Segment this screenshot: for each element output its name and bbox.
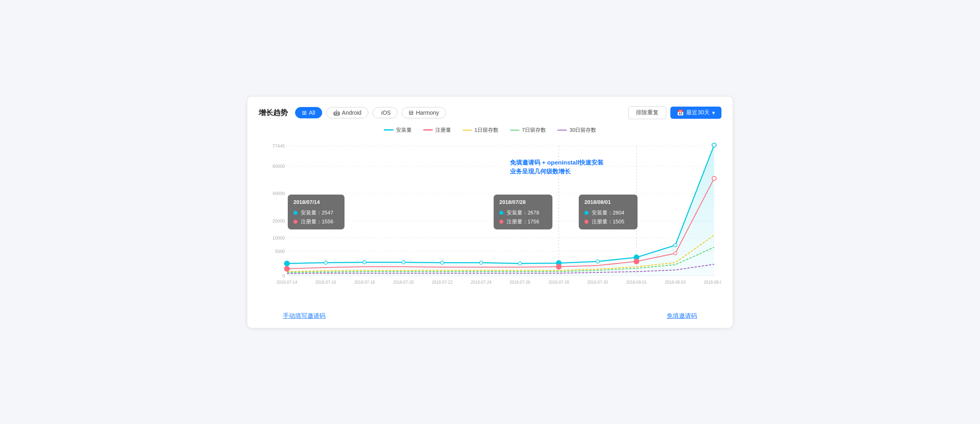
svg-text:2018-07-16: 2018-07-16 [315, 280, 336, 284]
date-range-button[interactable]: 📅 最近30天 ▾ [670, 107, 721, 119]
svg-text:60000: 60000 [272, 163, 285, 168]
install-point-2 [363, 261, 366, 264]
install-point-11 [712, 143, 716, 147]
chart-area: 77445 60000 40000 20000 10000 5000 0 201… [259, 138, 721, 308]
chart-svg: 77445 60000 40000 20000 10000 5000 0 201… [259, 138, 721, 308]
svg-text:2018-07-30: 2018-07-30 [587, 280, 608, 284]
svg-text:2018-07-24: 2018-07-24 [471, 280, 492, 284]
header-right: 排除重复 📅 最近30天 ▾ [628, 106, 721, 119]
dedup-button[interactable]: 排除重复 [628, 106, 666, 119]
legend-day30: 30日留存数 [557, 126, 596, 134]
install-point-1 [324, 261, 327, 264]
svg-text:2018-07-26: 2018-07-26 [509, 280, 530, 284]
register-point-11 [712, 176, 716, 180]
svg-text:2018-08-01: 2018-08-01 [626, 280, 647, 284]
svg-text:2018-07-28: 2018-07-28 [548, 280, 569, 284]
svg-text:2018-07-14: 2018-07-14 [276, 280, 297, 284]
legend-day30-line [557, 130, 567, 131]
svg-text:0: 0 [282, 273, 285, 278]
install-highlight-0 [284, 261, 290, 266]
legend-day7: 7日留存数 [510, 126, 546, 134]
install-point-10 [674, 244, 677, 247]
android-icon: 🤖 [333, 109, 340, 116]
svg-text:2018-07-18: 2018-07-18 [354, 280, 375, 284]
svg-text:2018-08-03: 2018-08-03 [665, 280, 686, 284]
install-point-6 [518, 262, 522, 265]
bottom-labels: 手动填写邀请码 免填邀请码 [259, 312, 721, 320]
register-point-10 [674, 252, 677, 255]
harmony-icon: 𝌭 [409, 109, 414, 116]
svg-text:40000: 40000 [272, 191, 285, 195]
svg-text:20000: 20000 [272, 218, 285, 223]
svg-text:2018-07-20: 2018-07-20 [393, 280, 414, 284]
main-card: 增长趋势 ⊞ All 🤖 Android iOS 𝌭 Harmony 排除重复 … [247, 96, 733, 328]
svg-text:2018-08-05: 2018-08-05 [704, 280, 721, 284]
install-line [287, 145, 714, 263]
chevron-down-icon: ▾ [712, 109, 715, 116]
bottom-label-auto: 免填邀请码 [667, 312, 697, 320]
svg-text:10000: 10000 [272, 235, 285, 240]
install-point-8 [596, 260, 599, 263]
filter-ios-button[interactable]: iOS [372, 107, 398, 118]
filter-all-button[interactable]: ⊞ All [295, 107, 322, 118]
grid-icon: ⊞ [302, 109, 307, 116]
calendar-icon: 📅 [677, 109, 684, 116]
install-point-3 [402, 261, 405, 264]
legend-register: 注册量 [423, 126, 451, 134]
legend-install-line [384, 129, 394, 131]
chart-legend: 安装量 注册量 1日留存数 7日留存数 30日留存数 [259, 126, 721, 134]
header: 增长趋势 ⊞ All 🤖 Android iOS 𝌭 Harmony 排除重复 … [259, 106, 721, 119]
legend-day1-line [462, 130, 472, 131]
install-point-5 [479, 261, 483, 264]
svg-text:5000: 5000 [275, 248, 285, 253]
legend-day7-line [510, 130, 520, 131]
register-highlight-7 [556, 264, 562, 270]
register-highlight-0 [284, 266, 290, 272]
filter-harmony-button[interactable]: 𝌭 Harmony [402, 107, 446, 118]
register-highlight-9 [633, 259, 639, 264]
install-area [287, 145, 714, 276]
legend-day1: 1日留存数 [462, 126, 499, 134]
legend-register-line [423, 129, 433, 131]
section-title: 增长趋势 [259, 108, 288, 118]
bottom-label-manual: 手动填写邀请码 [283, 312, 325, 320]
header-left: 增长趋势 ⊞ All 🤖 Android iOS 𝌭 Harmony [259, 107, 446, 118]
filter-android-button[interactable]: 🤖 Android [326, 107, 368, 118]
svg-text:2018-07-22: 2018-07-22 [432, 280, 453, 284]
legend-install: 安装量 [384, 126, 412, 134]
svg-text:77445: 77445 [272, 143, 285, 148]
install-point-4 [441, 261, 444, 264]
